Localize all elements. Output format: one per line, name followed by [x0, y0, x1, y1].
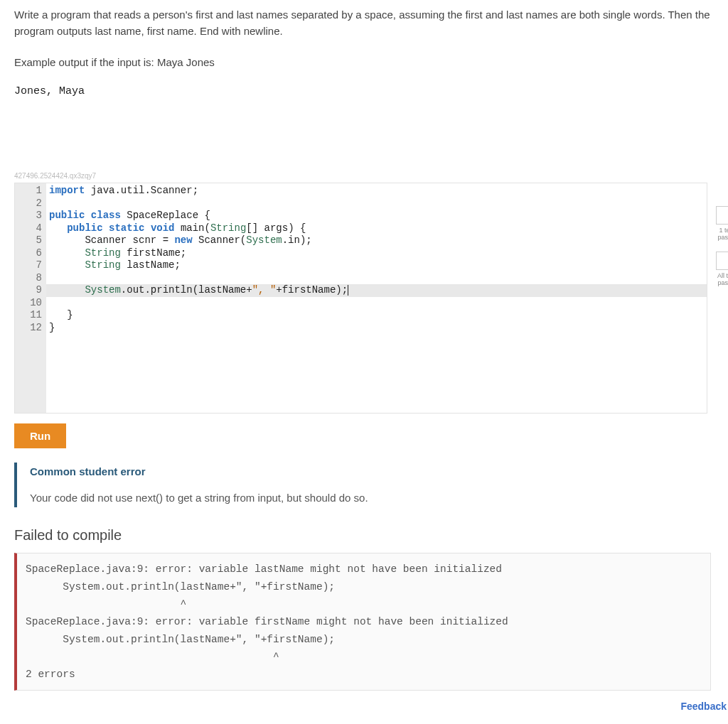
editor-code-area[interactable]: import java.util.Scanner;public class Sp…	[46, 183, 707, 413]
code-line[interactable]: }	[46, 309, 707, 322]
test-label-1: 1 tepass	[716, 227, 728, 242]
code-line[interactable]	[46, 297, 707, 310]
editor-gutter: 123456789101112	[15, 183, 46, 413]
code-line[interactable]: String lastName;	[46, 259, 707, 272]
feedback-link[interactable]: Feedback	[14, 699, 728, 714]
problem-text: Write a program that reads a person's fi…	[14, 7, 711, 39]
code-line[interactable]: String firstName;	[46, 247, 707, 260]
run-button[interactable]: Run	[14, 423, 66, 448]
code-line[interactable]: Scanner scnr = new Scanner(System.in);	[46, 234, 707, 247]
code-line[interactable]	[46, 198, 707, 210]
code-line[interactable]: import java.util.Scanner;	[46, 185, 707, 198]
code-line[interactable]: public static void main(String[] args) {	[46, 222, 707, 235]
common-error-panel: Common student error Your code did not u…	[14, 463, 707, 507]
code-line[interactable]: System.out.println(lastName+", "+firstNa…	[46, 284, 707, 297]
test-box-1	[716, 206, 728, 225]
compile-fail-title: Failed to compile	[14, 524, 728, 546]
instance-id: 427496.2524424.qx3zqy7	[14, 171, 728, 181]
code-editor[interactable]: 123456789101112 import java.util.Scanner…	[14, 183, 707, 414]
code-line[interactable]: }	[46, 322, 707, 335]
common-error-title: Common student error	[30, 464, 707, 480]
compile-output: SpaceReplace.java:9: error: variable las…	[14, 553, 711, 691]
test-status-sidebar: 1 tepass All tepass	[716, 206, 728, 297]
example-label: Example output if the input is: Maya Jon…	[14, 55, 711, 71]
test-label-2: All tepass	[716, 273, 728, 287]
example-output: Jones, Maya	[14, 84, 711, 100]
code-line[interactable]: public class SpaceReplace {	[46, 210, 707, 222]
common-error-desc: Your code did not use next() to get a st…	[30, 490, 707, 507]
test-box-2	[716, 252, 728, 270]
code-line[interactable]	[46, 272, 707, 285]
problem-description: Write a program that reads a person's fi…	[14, 7, 711, 99]
